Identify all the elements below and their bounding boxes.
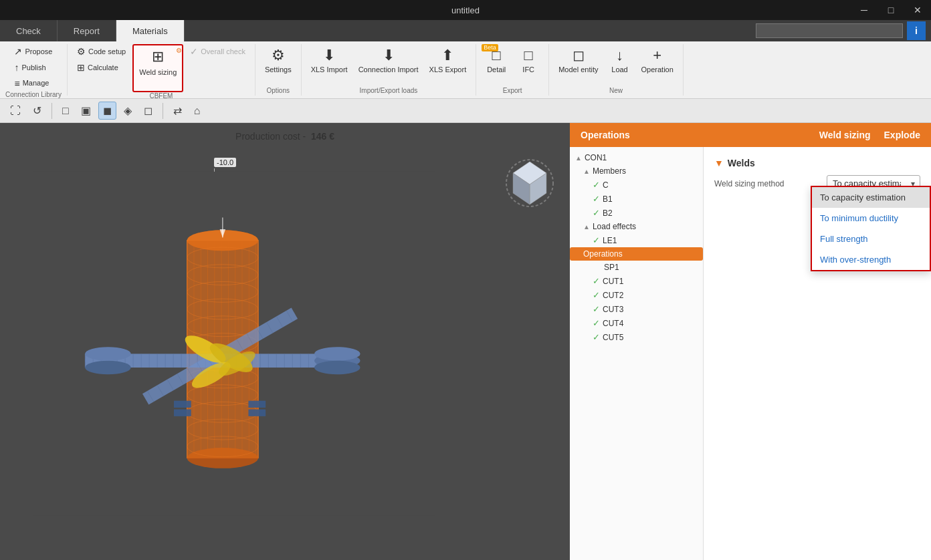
tree-label-c: C bbox=[603, 180, 609, 190]
viewport[interactable]: Production cost - 146 € -10.0 -40.0 -40.… bbox=[0, 123, 570, 560]
tree-item-le1[interactable]: ✓ LE1 bbox=[570, 233, 703, 247]
tree-label-members: Members bbox=[593, 166, 626, 176]
check-cut2: ✓ bbox=[593, 290, 600, 300]
ribbon-group-code-calc: ⚙ Code setup ⊞ Calculate bbox=[73, 44, 130, 76]
tree-label-con1: CON1 bbox=[585, 153, 607, 162]
rotate-tool[interactable]: ↺ bbox=[28, 102, 46, 120]
dropdown-option-with-over-strength[interactable]: With over-strength bbox=[812, 249, 930, 270]
tree-label-load-effects: Load effects bbox=[593, 222, 636, 231]
check-b2: ✓ bbox=[593, 208, 600, 218]
welds-arrow: ▼ bbox=[714, 158, 724, 168]
tab-report[interactable]: Report bbox=[58, 20, 116, 41]
close-button[interactable]: ✕ bbox=[904, 0, 931, 20]
overall-check-icon: ✓ bbox=[190, 46, 198, 57]
dropdown-option-to-minimum[interactable]: To minimum ductility bbox=[812, 208, 930, 229]
tree-item-load-effects[interactable]: ▲ Load effects bbox=[570, 220, 703, 233]
tab-explode[interactable]: Explode bbox=[884, 130, 920, 140]
view-wire-tool[interactable]: ◻ bbox=[139, 102, 157, 120]
tree-label-cut4: CUT4 bbox=[603, 319, 623, 328]
svg-rect-93 bbox=[248, 401, 266, 408]
tree-item-c[interactable]: ✓ C bbox=[570, 178, 703, 192]
operation-icon: + bbox=[653, 47, 661, 64]
tree-label-cut1: CUT1 bbox=[603, 277, 623, 286]
calculate-button[interactable]: ⊞ Calculate bbox=[73, 60, 130, 76]
dropdown-option-to-capacity[interactable]: To capacity estimation bbox=[812, 187, 930, 208]
new-label: New bbox=[609, 87, 623, 96]
weld-sizing-button[interactable]: ⚙ ⊞ Weld sizing bbox=[132, 44, 183, 92]
right-content: ▲ CON1 ▲ Members ✓ C ✓ B1 ✓ B2 bbox=[570, 147, 931, 560]
view-cube[interactable] bbox=[503, 156, 556, 210]
tree-item-sp1[interactable]: SP1 bbox=[570, 261, 703, 274]
tree-item-operations[interactable]: Operations bbox=[570, 247, 703, 261]
publish-icon: ↑ bbox=[14, 62, 19, 74]
tree-item-con1[interactable]: ▲ CON1 bbox=[570, 151, 703, 164]
propose-button[interactable]: ↗ Propose bbox=[10, 44, 56, 59]
settings-button[interactable]: ⚙ Settings bbox=[261, 44, 296, 78]
tree-label-cut2: CUT2 bbox=[603, 291, 623, 300]
xls-export-button[interactable]: ⬆ XLS Export bbox=[425, 44, 471, 78]
model-entity-icon: ◻ bbox=[573, 47, 585, 64]
fullscreen-tool[interactable]: ⛶ bbox=[5, 102, 25, 120]
ribbon-section-options: ⚙ Settings Options bbox=[255, 44, 302, 96]
tree-item-cut2[interactable]: ✓ CUT2 bbox=[570, 288, 703, 302]
view-persp-tool[interactable]: ◈ bbox=[119, 102, 136, 120]
publish-button[interactable]: ↑ Publish bbox=[10, 60, 56, 76]
connection-library-label: Connection Library bbox=[5, 91, 62, 100]
app-title: untitled bbox=[451, 5, 480, 15]
check-c: ✓ bbox=[593, 180, 600, 190]
ribbon-section-export: Beta □ Detail □ IFC Export bbox=[476, 44, 549, 96]
toolbar-separator-1 bbox=[51, 103, 52, 119]
ribbon-items-connection-library: ↗ Propose ↑ Publish ≡ Manage bbox=[10, 44, 56, 91]
manage-button[interactable]: ≡ Manage bbox=[10, 76, 56, 92]
right-panel-header: Operations Weld sizing Explode bbox=[570, 123, 931, 147]
svg-point-68 bbox=[314, 347, 360, 361]
check-le1: ✓ bbox=[593, 235, 600, 245]
code-setup-button[interactable]: ⚙ Code setup bbox=[73, 44, 130, 59]
search-input[interactable] bbox=[756, 23, 903, 38]
check-cut5: ✓ bbox=[593, 332, 600, 342]
cbfem-label: CBFEM bbox=[149, 92, 173, 101]
check-cut1: ✓ bbox=[593, 276, 600, 286]
overall-check-button[interactable]: ✓ Overall check bbox=[186, 44, 249, 59]
tree-item-cut1[interactable]: ✓ CUT1 bbox=[570, 274, 703, 288]
view-front-tool[interactable]: ▣ bbox=[76, 102, 96, 120]
operation-button[interactable]: + Operation bbox=[637, 44, 678, 78]
model-entity-button[interactable]: ◻ Model entity bbox=[554, 44, 602, 78]
detail-button[interactable]: Beta □ Detail bbox=[482, 44, 511, 78]
tab-materials[interactable]: Materials bbox=[116, 20, 185, 41]
info-button[interactable]: i bbox=[907, 21, 926, 40]
ribbon-group-propose-publish: ↗ Propose ↑ Publish ≡ Manage bbox=[10, 44, 56, 91]
home-tool[interactable]: ⌂ bbox=[189, 102, 205, 120]
3d-model[interactable] bbox=[33, 150, 435, 537]
svg-rect-91 bbox=[174, 401, 191, 408]
tree-item-members[interactable]: ▲ Members bbox=[570, 164, 703, 178]
maximize-button[interactable]: □ bbox=[877, 0, 904, 20]
tab-weld-sizing[interactable]: Weld sizing bbox=[819, 130, 871, 140]
tab-check[interactable]: Check bbox=[0, 20, 58, 41]
load-button[interactable]: ↓ Load bbox=[605, 44, 635, 78]
tree-label-cut3: CUT3 bbox=[603, 305, 623, 314]
dropdown-option-full-strength[interactable]: Full strength bbox=[812, 229, 930, 249]
view-box-tool[interactable]: □ bbox=[58, 102, 74, 120]
welds-section-header: ▼ Welds bbox=[714, 158, 920, 168]
tree-item-cut4[interactable]: ✓ CUT4 bbox=[570, 316, 703, 330]
tree-item-b2[interactable]: ✓ B2 bbox=[570, 206, 703, 220]
flip-tool[interactable]: ⇄ bbox=[169, 102, 187, 120]
connection-import-button[interactable]: ⬇ Connection Import bbox=[354, 44, 423, 78]
ifc-icon: □ bbox=[524, 47, 533, 64]
view-toolbar: ⛶ ↺ □ ▣ ◼ ◈ ◻ ⇄ ⌂ bbox=[0, 99, 931, 123]
tree-item-cut5[interactable]: ✓ CUT5 bbox=[570, 330, 703, 344]
ifc-button[interactable]: □ IFC bbox=[514, 44, 543, 78]
view-solid-tool[interactable]: ◼ bbox=[98, 102, 116, 120]
minimize-button[interactable]: ─ bbox=[851, 0, 877, 20]
ribbon-section-cbfem: ⚙ Code setup ⊞ Calculate ⚙ ⊞ Weld sizing… bbox=[68, 44, 255, 96]
tree-item-b1[interactable]: ✓ B1 bbox=[570, 192, 703, 206]
xls-import-button[interactable]: ⬇ XLS Import bbox=[307, 44, 352, 78]
tab-operations[interactable]: Operations bbox=[581, 130, 806, 140]
manage-icon: ≡ bbox=[14, 78, 19, 90]
weld-sizing-label: Weld sizing method bbox=[714, 179, 821, 188]
tree-item-cut3[interactable]: ✓ CUT3 bbox=[570, 302, 703, 316]
xls-export-icon: ⬆ bbox=[441, 47, 453, 64]
tree-label-b1: B1 bbox=[603, 194, 613, 204]
tree-panel: ▲ CON1 ▲ Members ✓ C ✓ B1 ✓ B2 bbox=[570, 147, 704, 560]
